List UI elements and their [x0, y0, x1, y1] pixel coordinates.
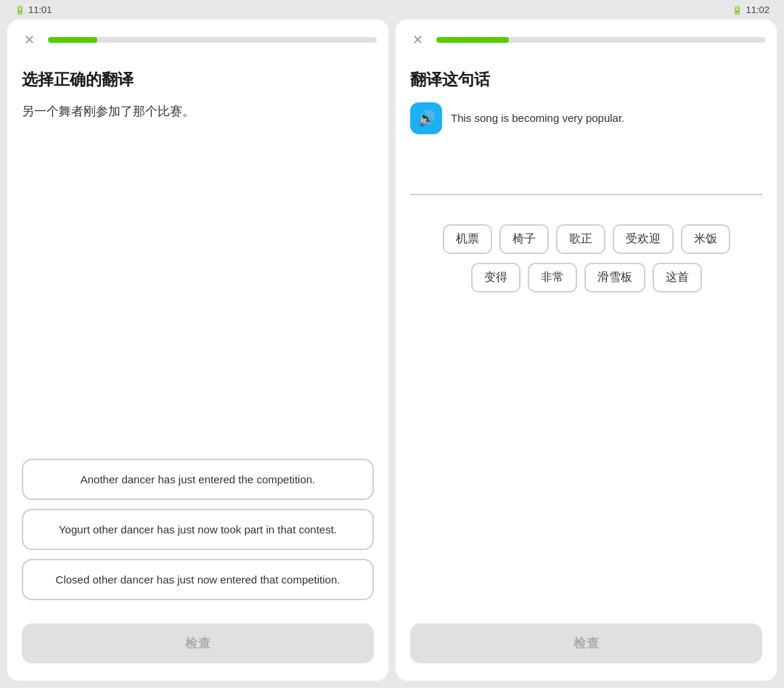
answer-area: [410, 152, 762, 195]
left-time: 11:01: [28, 4, 52, 15]
left-progress-bar-fill: [48, 37, 97, 43]
word-chips-row-1: 机票 椅子 歌正 受欢迎 米饭: [410, 224, 762, 254]
word-chip-jipiao[interactable]: 机票: [443, 224, 492, 254]
word-chip-biande[interactable]: 变得: [471, 263, 520, 292]
left-panel: ✕ 选择正确的翻译 另一个舞者刚参加了那个比赛。 Another dancer …: [7, 20, 388, 681]
choice-button-3[interactable]: Closed other dancer has just now entered…: [22, 559, 374, 600]
right-close-button[interactable]: ✕: [407, 30, 428, 50]
left-progress-bar-container: [48, 37, 377, 43]
choice-button-2[interactable]: Yogurt other dancer has just now took pa…: [22, 509, 374, 550]
speaker-icon: 🔊: [417, 110, 436, 127]
right-panel: ✕ 翻译这句话 🔊 This song is becoming very pop…: [396, 20, 777, 681]
right-time-display: 🔋 11:02: [732, 4, 769, 15]
right-panel-title: 翻译这句话: [410, 69, 762, 91]
choices-list: Another dancer has just entered the comp…: [22, 459, 374, 600]
right-panel-content: 翻译这句话 🔊 This song is becoming very popul…: [396, 57, 777, 612]
left-time-display: 🔋 11:01: [15, 4, 52, 15]
audio-sentence-text: This song is becoming very popular.: [451, 110, 624, 127]
right-panel-footer: 检查: [396, 612, 777, 681]
left-panel-header: ✕: [7, 20, 388, 57]
left-panel-title: 选择正确的翻译: [22, 69, 374, 91]
left-check-button[interactable]: 检查: [22, 623, 374, 663]
word-chip-gezheng[interactable]: 歌正: [556, 224, 605, 254]
top-bar: 🔋 11:01 🔋 11:02: [0, 0, 784, 20]
word-chip-zheshou[interactable]: 这首: [653, 263, 702, 292]
word-chips-row-2: 变得 非常 滑雪板 这首: [410, 263, 762, 292]
left-close-button[interactable]: ✕: [19, 30, 39, 50]
left-panel-content: 选择正确的翻译 另一个舞者刚参加了那个比赛。 Another dancer ha…: [7, 57, 388, 612]
word-chip-mifan[interactable]: 米饭: [681, 224, 730, 254]
panels-container: ✕ 选择正确的翻译 另一个舞者刚参加了那个比赛。 Another dancer …: [0, 20, 784, 688]
word-chip-yizi[interactable]: 椅子: [499, 224, 549, 254]
right-progress-bar-container: [436, 37, 765, 43]
chinese-sentence: 另一个舞者刚参加了那个比赛。: [22, 102, 374, 121]
right-check-button[interactable]: 检查: [410, 623, 762, 663]
battery-icon-right: 🔋: [732, 5, 743, 15]
right-time: 11:02: [746, 4, 769, 15]
left-panel-footer: 检查: [7, 612, 388, 681]
choice-button-1[interactable]: Another dancer has just entered the comp…: [22, 459, 374, 500]
battery-icon-left: 🔋: [15, 5, 25, 15]
word-chips-area: 机票 椅子 歌正 受欢迎 米饭 变得 非常 滑雪板 这首: [410, 224, 762, 292]
audio-sentence-row: 🔊 This song is becoming very popular.: [410, 102, 762, 134]
word-chip-feichang[interactable]: 非常: [528, 263, 577, 292]
word-chip-huaxueban[interactable]: 滑雪板: [584, 263, 645, 292]
word-chip-shouhuanying[interactable]: 受欢迎: [613, 224, 674, 254]
right-progress-bar-fill: [436, 37, 509, 43]
right-panel-header: ✕: [396, 20, 777, 57]
audio-play-button[interactable]: 🔊: [410, 102, 442, 134]
